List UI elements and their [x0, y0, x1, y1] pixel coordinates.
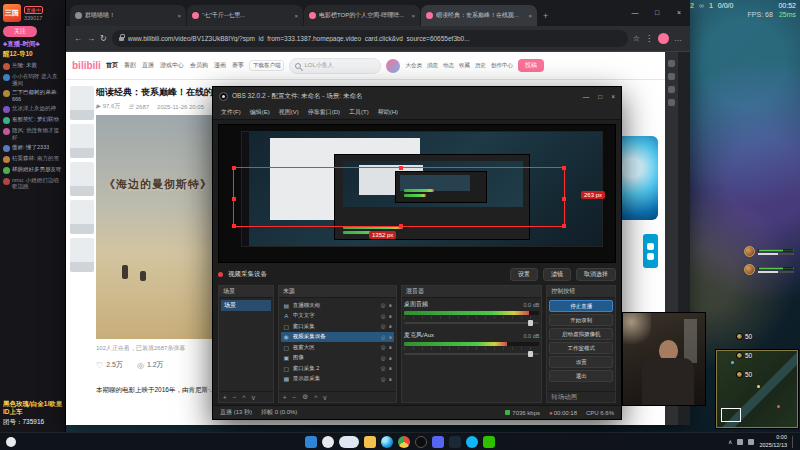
move-up-icon[interactable]: ^	[243, 394, 246, 401]
user-avatar[interactable]	[386, 59, 400, 73]
maximize-icon[interactable]: □	[598, 93, 602, 100]
tab-close-icon[interactable]: ×	[177, 13, 181, 19]
show-desktop-button[interactable]	[792, 436, 795, 448]
resize-handle[interactable]	[232, 224, 236, 228]
taskbar-clock[interactable]: 0:00 2025/12/13	[759, 434, 787, 448]
follow-button[interactable]: 关注	[3, 26, 37, 37]
scene-item[interactable]: 场景	[221, 300, 271, 311]
source-row[interactable]: ▤直播聊天框◎∎	[281, 300, 394, 311]
browser-menu-icon[interactable]: …	[674, 34, 682, 43]
extensions-icon[interactable]: ⋮	[645, 34, 653, 43]
remove-scene-icon[interactable]: −	[233, 394, 237, 401]
profile-avatar[interactable]	[658, 33, 669, 44]
minimap[interactable]	[716, 350, 798, 428]
bookmark-icon[interactable]: ☆	[633, 34, 640, 43]
visibility-icon[interactable]: ◎	[381, 365, 386, 371]
settings-button[interactable]: 设置	[549, 356, 613, 368]
nav-live[interactable]: 直播	[142, 61, 154, 70]
resize-handle[interactable]	[232, 197, 236, 201]
resize-handle[interactable]	[562, 224, 566, 228]
sidebar-icon[interactable]	[668, 99, 675, 106]
related-thumbnail[interactable]	[70, 124, 94, 158]
tray-expand-icon[interactable]: ∧	[728, 438, 732, 445]
search-box[interactable]: LOL小鱼人	[289, 58, 381, 74]
menu-view[interactable]: 视图(V)	[279, 108, 299, 117]
taskbar-widgets[interactable]	[6, 437, 16, 447]
download-client-button[interactable]: 下载客户端	[249, 60, 285, 71]
link-creator[interactable]: 创作中心	[491, 62, 513, 69]
menu-docks[interactable]: 停靠窗口(D)	[308, 108, 340, 117]
source-row[interactable]: A中文文字◎∎	[281, 311, 394, 322]
resize-handle[interactable]	[232, 166, 236, 170]
browser-tab[interactable]: 群喵喵喵！ ×	[70, 5, 186, 26]
coin-button[interactable]: ◎1.2万	[137, 360, 164, 370]
link-feed[interactable]: 动态	[443, 62, 454, 69]
browser-tab[interactable]: “七”千斤--七里... ×	[187, 5, 303, 26]
close-icon[interactable]: ×	[668, 9, 690, 16]
link-messages[interactable]: 消息	[427, 62, 438, 69]
source-row[interactable]: ▢视窗大区◎∎	[281, 342, 394, 353]
minimize-icon[interactable]: —	[583, 93, 590, 100]
back-icon[interactable]: ←	[74, 34, 82, 43]
source-row[interactable]: ▣图像◎∎	[281, 353, 394, 364]
stop-streaming-button[interactable]: 停止直播	[549, 300, 613, 312]
reload-icon[interactable]: ↻	[100, 34, 107, 43]
tab-close-icon[interactable]: ×	[528, 13, 532, 19]
nav-shop[interactable]: 会员购	[190, 61, 208, 70]
related-thumbnail[interactable]	[70, 162, 94, 196]
browser-tab[interactable]: 电影榜TOP的个人空间-哔哩哔... ×	[304, 5, 420, 26]
resize-handle[interactable]	[562, 197, 566, 201]
source-properties-icon[interactable]: ⚙	[302, 393, 308, 401]
visibility-icon[interactable]: ◎	[381, 323, 386, 329]
add-scene-icon[interactable]: +	[223, 394, 227, 401]
upload-button[interactable]: 投稿	[518, 59, 544, 72]
explorer-icon[interactable]	[364, 436, 376, 448]
task-view-button[interactable]	[339, 436, 359, 448]
close-icon[interactable]: ×	[611, 93, 615, 100]
visibility-icon[interactable]: ◎	[381, 334, 386, 340]
source-settings-button[interactable]: 设置	[510, 268, 538, 281]
link-favorites[interactable]: 收藏	[459, 62, 470, 69]
deselect-button[interactable]: 取消选择	[576, 268, 616, 281]
link-vip[interactable]: 大会员	[405, 62, 422, 69]
obs-titlebar[interactable]: OBS 32.0.2 - 配置文件: 未命名 - 场景: 未命名 — □ ×	[213, 87, 621, 106]
lock-icon[interactable]: ∎	[389, 334, 393, 340]
visibility-icon[interactable]: ◎	[381, 355, 386, 361]
qq-icon[interactable]	[466, 436, 478, 448]
steam-icon[interactable]	[449, 436, 461, 448]
slider-knob[interactable]	[528, 320, 533, 326]
forward-icon[interactable]: →	[87, 34, 95, 43]
slider-knob[interactable]	[528, 351, 533, 357]
url-input[interactable]: www.bilibili.com/video/BV1Z3UkB8IYq/?spm…	[112, 30, 628, 47]
like-button[interactable]: ♡2.5万	[96, 360, 123, 370]
volume-icon[interactable]	[748, 439, 754, 445]
menu-tools[interactable]: 工具(T)	[349, 108, 369, 117]
edge-icon[interactable]	[381, 436, 393, 448]
related-thumbnail[interactable]	[70, 238, 94, 272]
visibility-icon[interactable]: ◎	[381, 376, 386, 382]
nav-game-center[interactable]: 游戏中心	[160, 61, 184, 70]
link-history[interactable]: 历史	[475, 62, 486, 69]
visibility-icon[interactable]: ◎	[381, 313, 386, 319]
obs-preview[interactable]: 1352 px 263 px	[218, 124, 616, 263]
transition-label[interactable]: 转场动画	[551, 393, 577, 402]
menu-help[interactable]: 帮助(H)	[378, 108, 398, 117]
wechat-icon[interactable]	[483, 436, 495, 448]
source-row[interactable]: ▦显示器采集◎∎	[281, 374, 394, 385]
sidebar-icon[interactable]	[668, 60, 675, 67]
discord-icon[interactable]	[432, 436, 444, 448]
nav-esports[interactable]: 赛事	[232, 61, 244, 70]
nav-manga[interactable]: 漫画	[214, 61, 226, 70]
source-filters-button[interactable]: 滤镜	[543, 268, 571, 281]
source-row-selected[interactable]: ◉视频采集设备◎∎	[281, 332, 394, 343]
maximize-icon[interactable]: □	[646, 9, 668, 16]
nav-anime[interactable]: 番剧	[124, 61, 136, 70]
related-thumbnail[interactable]	[70, 86, 94, 120]
lock-icon[interactable]: ∎	[389, 344, 393, 350]
lock-icon[interactable]: ∎	[389, 313, 393, 319]
browser-tab-active[interactable]: 细读经典：丧系巅峰！在线观... ×	[421, 5, 537, 26]
move-down-icon[interactable]: v	[323, 394, 326, 401]
tab-close-icon[interactable]: ×	[411, 13, 415, 19]
lock-icon[interactable]: ∎	[389, 302, 393, 308]
related-thumbnail[interactable]	[70, 200, 94, 234]
